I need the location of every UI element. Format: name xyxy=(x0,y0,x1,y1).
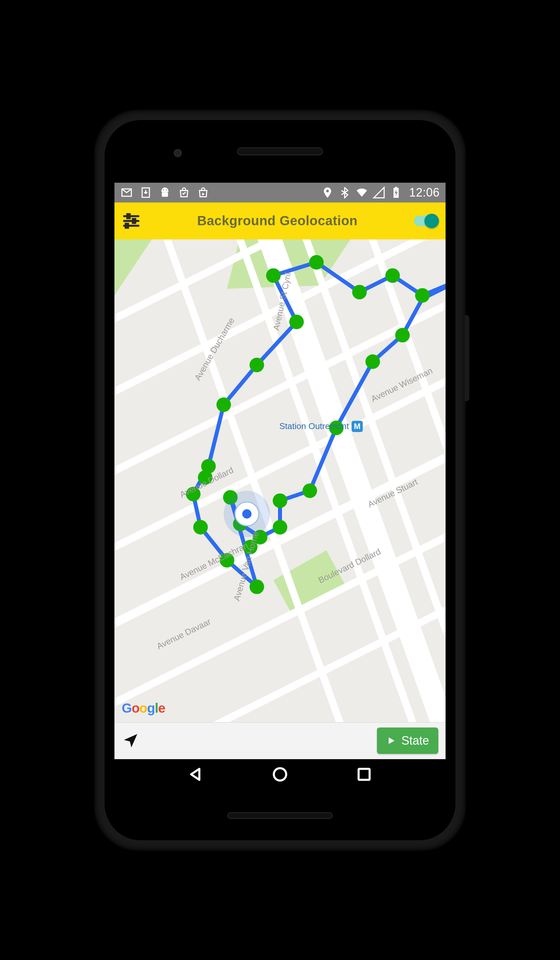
location-icon xyxy=(321,186,334,199)
svg-point-52 xyxy=(365,354,380,369)
play-icon xyxy=(386,736,396,746)
android-nav-bar xyxy=(114,759,446,791)
phone-bezel: 12:06 Background Geolocation xyxy=(104,120,456,840)
svg-point-41 xyxy=(193,520,208,534)
svg-rect-11 xyxy=(133,219,135,222)
bottom-speaker xyxy=(227,812,333,819)
svg-point-35 xyxy=(289,314,304,329)
battery-icon xyxy=(390,186,402,199)
navigate-icon xyxy=(122,732,139,750)
store1-icon xyxy=(178,186,190,199)
phone-side-button xyxy=(465,315,469,401)
recents-button[interactable] xyxy=(356,766,372,784)
svg-point-33 xyxy=(309,255,323,269)
android-icon xyxy=(158,186,171,199)
bluetooth-icon xyxy=(338,186,351,199)
app-header: Background Geolocation xyxy=(114,203,446,239)
wifi-icon xyxy=(355,186,368,199)
phone-top xyxy=(104,120,456,183)
svg-rect-9 xyxy=(127,214,130,218)
earpiece-speaker xyxy=(237,147,323,155)
front-camera xyxy=(174,149,182,157)
svg-point-57 xyxy=(274,768,286,781)
state-button[interactable]: State xyxy=(377,728,438,754)
toggle-knob xyxy=(424,214,439,228)
cell-icon xyxy=(373,186,385,199)
svg-point-32 xyxy=(352,285,367,299)
svg-point-2 xyxy=(163,189,164,190)
svg-point-37 xyxy=(216,397,231,411)
settings-button[interactable] xyxy=(122,211,141,230)
app-title: Background Geolocation xyxy=(141,213,414,228)
back-icon xyxy=(188,766,204,782)
metro-station-label: Station Outremont M xyxy=(279,421,363,432)
status-right: 12:06 xyxy=(321,186,440,200)
svg-point-34 xyxy=(266,268,281,283)
svg-point-53 xyxy=(395,328,410,342)
svg-point-43 xyxy=(250,579,264,594)
home-button[interactable] xyxy=(272,766,288,784)
svg-point-5 xyxy=(326,190,329,192)
svg-point-48 xyxy=(273,520,287,534)
home-icon xyxy=(272,766,288,782)
svg-point-31 xyxy=(385,268,400,283)
svg-point-30 xyxy=(415,288,430,302)
status-bar: 12:06 xyxy=(114,183,446,203)
status-time: 12:06 xyxy=(409,186,440,200)
mail-icon xyxy=(120,186,133,199)
bottom-toolbar: State xyxy=(114,722,446,759)
svg-rect-13 xyxy=(126,224,128,227)
svg-rect-4 xyxy=(162,192,168,197)
sliders-icon xyxy=(122,211,141,230)
phone-frame: 12:06 Background Geolocation xyxy=(95,111,465,850)
store2-icon xyxy=(197,186,210,199)
svg-rect-7 xyxy=(395,187,397,188)
svg-point-36 xyxy=(250,357,264,372)
svg-point-3 xyxy=(166,189,167,190)
state-button-label: State xyxy=(402,734,429,748)
svg-point-49 xyxy=(273,493,287,508)
locate-button[interactable] xyxy=(122,732,139,750)
phone-bottom xyxy=(104,791,456,840)
svg-marker-14 xyxy=(114,239,154,296)
metro-badge: M xyxy=(352,421,363,432)
station-name: Station Outremont xyxy=(279,421,349,431)
download-icon xyxy=(139,186,152,199)
status-left xyxy=(120,186,210,199)
svg-rect-58 xyxy=(358,769,370,779)
back-button[interactable] xyxy=(188,766,204,784)
map-view[interactable]: Avenue Ducharme Avenue St Cyril Avenue W… xyxy=(114,239,446,722)
recents-icon xyxy=(356,766,372,782)
svg-point-50 xyxy=(302,483,317,498)
google-attribution: Google xyxy=(122,701,165,716)
screen: 12:06 Background Geolocation xyxy=(114,183,446,791)
svg-point-56 xyxy=(242,509,252,519)
tracking-toggle[interactable] xyxy=(414,214,438,227)
